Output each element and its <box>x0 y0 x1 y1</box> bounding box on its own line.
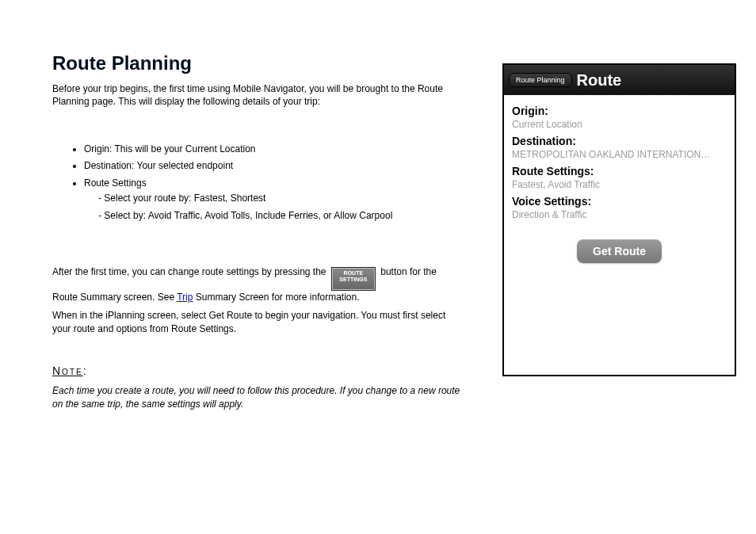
phone-screenshot: Route Planning Route Origin: Current Loc… <box>502 63 736 376</box>
sublist-item: Select your route by: Fastest, Shortest <box>98 192 496 205</box>
after-post: Summary Screen for more information. <box>196 292 360 303</box>
list-item-text: Origin: This will be your Current Locati… <box>84 143 256 154</box>
phone-body: Origin: Current Location Destination: ME… <box>504 95 735 263</box>
list-item: Route Settings Select your route by: Fas… <box>84 177 496 223</box>
after-paragraph: After the first time, you can change rou… <box>52 265 464 304</box>
list-item: Destination: Your selected endpoint <box>84 159 496 173</box>
iplanning-paragraph: When in the iPlanning screen, select Get… <box>52 309 464 336</box>
origin-value[interactable]: Current Location <box>512 119 727 130</box>
back-button[interactable]: Route Planning <box>509 73 572 87</box>
voice-settings-value[interactable]: Direction & Traffic <box>512 209 727 220</box>
feature-list: Origin: This will be your Current Locati… <box>52 143 496 226</box>
route-settings-value[interactable]: Fastest, Avoid Traffic <box>512 179 727 190</box>
get-route-wrap: Get Route <box>512 239 727 263</box>
note-heading: Note: <box>52 364 464 377</box>
trip-summary-link[interactable]: Trip <box>177 292 193 303</box>
document-page: Route Planning Before your trip begins, … <box>0 0 756 534</box>
route-settings-icon: ROUTE SETTINGS <box>331 267 376 291</box>
page-heading: Route Planning <box>52 52 464 74</box>
origin-label: Origin: <box>512 105 727 117</box>
list-item-text: Destination: Your selected endpoint <box>84 160 233 171</box>
note-body: Each time you create a route, you will n… <box>52 384 464 411</box>
get-route-button[interactable]: Get Route <box>577 239 662 263</box>
intro-paragraph: Before your trip begins, the first time … <box>52 82 464 108</box>
icon-line-1: ROUTE <box>344 270 364 276</box>
list-item: Origin: This will be your Current Locati… <box>84 143 496 156</box>
note-label-underline: Note <box>52 364 83 377</box>
note-label-tail: : <box>83 364 88 377</box>
list-item-text: Route Settings <box>84 177 147 189</box>
after-pre: After the first time, you can change rou… <box>52 266 329 277</box>
icon-line-2: SETTINGS <box>339 277 367 282</box>
phone-title: Route <box>577 71 622 90</box>
destination-label: Destination: <box>512 135 727 147</box>
sublist-item: Select by: Avoid Traffic, Avoid Tolls, I… <box>98 209 496 223</box>
route-settings-label: Route Settings: <box>512 165 727 177</box>
destination-value[interactable]: METROPOLITAN OAKLAND INTERNATION… <box>512 149 727 160</box>
voice-settings-label: Voice Settings: <box>512 195 727 208</box>
phone-titlebar: Route Planning Route <box>504 65 735 95</box>
